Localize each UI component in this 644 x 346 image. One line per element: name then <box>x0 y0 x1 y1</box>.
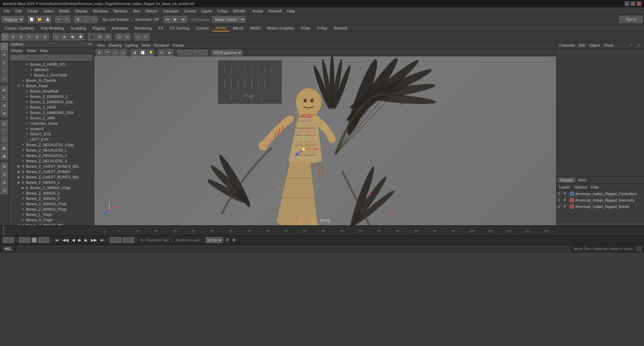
scale-tool[interactable]: ⤡ <box>1 67 8 74</box>
menu-windows[interactable]: Windows <box>90 8 111 14</box>
select-tool[interactable]: ↖ <box>1 43 8 50</box>
tool-11[interactable]: ⊞ <box>96 33 103 41</box>
menu-3dto[interactable]: 3DtoAll - <box>230 8 250 14</box>
close-button[interactable]: ✕ <box>637 1 641 6</box>
tool-6[interactable]: ⬡ <box>53 33 60 41</box>
menu-vray[interactable]: V-Ray <box>215 8 230 14</box>
lighting-menu[interactable]: Lighting <box>124 43 140 48</box>
minimize-button[interactable]: — <box>625 1 629 6</box>
menu-constrain[interactable]: Constrain <box>160 8 181 14</box>
layer-p-2[interactable]: P <box>564 205 569 209</box>
vp-wire-btn[interactable]: ◱ <box>120 49 127 56</box>
skip-start-button[interactable]: ⏮ <box>54 237 60 243</box>
playback-next[interactable]: ⏭ <box>180 16 187 23</box>
play-button[interactable]: ▶ <box>77 237 82 243</box>
playback-prev[interactable]: ⏮ <box>164 16 171 23</box>
tool-13[interactable]: ◱ <box>115 33 122 41</box>
outliner-item-12[interactable]: □Controller_frame <box>9 121 94 126</box>
curve-tool[interactable]: ⌒ <box>1 128 8 135</box>
outliner-item-25[interactable]: ✦Bones_Z_WINGS_2 <box>9 190 94 196</box>
redo-button[interactable]: ↪ <box>63 16 70 23</box>
vp-iso-btn[interactable]: ⊕ <box>158 49 165 56</box>
outliner-item-24[interactable]: ▶⊞Bones_Z_WINGS_1Opp <box>9 185 94 190</box>
deform-tool[interactable]: ◊ <box>1 136 8 143</box>
tab-rendering[interactable]: Rendering <box>131 25 155 31</box>
snap-point-button[interactable]: • <box>90 16 98 23</box>
outliner-item-10[interactable]: ✦Bones_Z_HANGING_FEA <box>9 110 94 115</box>
outliner-item-7[interactable]: ✦Bones_Z_EARINGS_1 <box>9 94 94 99</box>
fps-dropdown[interactable]: 24 fps <box>206 237 223 243</box>
viewport-canvas[interactable]: X Y Z persp <box>94 56 556 225</box>
open-file-button[interactable]: 📂 <box>36 16 43 23</box>
tab-fx[interactable]: FX <box>155 25 167 31</box>
outliner-item-13[interactable]: ✕locator3 <box>9 126 94 131</box>
render-tool[interactable]: ◆ <box>1 152 8 160</box>
outliner-item-6[interactable]: ✦Bones_HeadNub <box>9 89 94 94</box>
view-menu[interactable]: View <box>96 43 106 48</box>
snap-grid-button[interactable]: ⊞ <box>74 16 82 23</box>
undo-button[interactable]: ↩ <box>55 16 62 23</box>
tool-3[interactable]: ⊙ <box>25 33 33 41</box>
menu-cache[interactable]: Cache <box>199 8 215 14</box>
outliner-item-26[interactable]: ✦Bones_Z_WINGS_3 <box>9 196 94 201</box>
menu-redshift[interactable]: Redshift <box>266 8 284 14</box>
menu-create[interactable]: Create <box>24 8 41 14</box>
vp-select-btn[interactable]: ⊞ <box>96 49 103 56</box>
outliner-item-27[interactable]: ✦Bones_Z_WINGS_2Opp <box>9 201 94 207</box>
coord-x-input[interactable]: 0.00 <box>177 50 192 56</box>
tab-bifrost[interactable]: Bifrost <box>229 25 247 31</box>
save-file-button[interactable]: 💾 <box>44 16 51 23</box>
outliner-menu-show[interactable]: Show <box>25 48 38 53</box>
layer-p-1[interactable]: P <box>564 198 569 202</box>
layers-help-btn[interactable]: Help <box>589 184 601 190</box>
tab-motion-graphics[interactable]: Motion Graphics <box>264 25 298 31</box>
anim-prefs-button[interactable]: ⚙ <box>231 237 237 243</box>
right-panel-expand[interactable]: ↗ <box>627 42 634 48</box>
tool-12[interactable]: ⊟ <box>104 33 111 41</box>
tool-select[interactable]: ⊹ <box>1 33 9 41</box>
outliner-item-15[interactable]: □LEFT_EYE <box>9 137 94 142</box>
script-input[interactable] <box>16 246 571 252</box>
coord-y-input[interactable]: 1.00 <box>193 50 208 56</box>
right-panel-close[interactable]: ✕ <box>636 42 643 48</box>
menu-select[interactable]: Select <box>41 8 57 14</box>
vp-light-btn[interactable]: 💡 <box>147 49 154 56</box>
tab-custom[interactable]: Custom <box>193 25 212 31</box>
vp-cam-btn[interactable]: 📷 <box>104 49 111 56</box>
layer-v-1[interactable]: V <box>558 198 562 202</box>
tool-15[interactable]: ◻ <box>134 33 142 41</box>
renderer-menu[interactable]: Renderer <box>153 43 171 48</box>
skip-end-button[interactable]: ⏭ <box>99 237 105 243</box>
loop-button[interactable]: ↺ <box>224 237 230 243</box>
menu-edit[interactable]: Edit <box>13 8 24 14</box>
outliner-item-30[interactable]: ✦Bones_R_Thigh <box>9 217 94 223</box>
tab-mash[interactable]: MASH <box>247 25 264 31</box>
tool-2[interactable]: ⊗ <box>17 33 25 41</box>
sculpt-tool[interactable]: ✏ <box>1 94 8 101</box>
step-back-button[interactable]: ◀◀ <box>61 237 69 243</box>
show-menu[interactable]: Show <box>140 43 152 48</box>
vp-texture-btn[interactable]: ⬜ <box>139 49 146 56</box>
gamma-dropdown[interactable]: sRGB gamma <box>212 50 243 56</box>
brush-tool[interactable]: ⊕ <box>1 102 8 109</box>
current-frame-input[interactable]: 1 <box>3 237 14 243</box>
layer-v-0[interactable]: V <box>558 192 562 196</box>
range-end-input[interactable]: 120 <box>38 237 50 243</box>
menu-deform[interactable]: Deform <box>143 8 160 14</box>
layers-btn[interactable]: Layers <box>557 184 572 190</box>
new-file-button[interactable]: 📄 <box>28 16 35 23</box>
tool-7[interactable]: ◈ <box>61 33 68 41</box>
panels-menu[interactable]: Panels <box>171 43 185 48</box>
outliner-item-22[interactable]: ▶⊞Bones_Z_CHEST_BONES_BEL <box>9 174 94 180</box>
lasso-tool[interactable]: ⊃ <box>1 75 8 82</box>
tab-redshift[interactable]: Redshift <box>330 25 351 31</box>
next-frame-button[interactable]: ▶ <box>84 237 89 243</box>
anim-tool[interactable]: ▶ <box>1 144 8 152</box>
tool-1[interactable]: ⊕ <box>9 33 17 41</box>
menu-help[interactable]: Help <box>284 8 298 14</box>
vp-render-btn[interactable]: ▶ <box>166 49 173 56</box>
tab-sculpting[interactable]: Sculpting <box>67 25 89 31</box>
layer-item-0[interactable]: V P American_Indian_Rigged_Controllers <box>556 191 644 197</box>
menu-control[interactable]: Control <box>181 8 199 14</box>
edit-btn[interactable]: Edit <box>577 43 586 48</box>
